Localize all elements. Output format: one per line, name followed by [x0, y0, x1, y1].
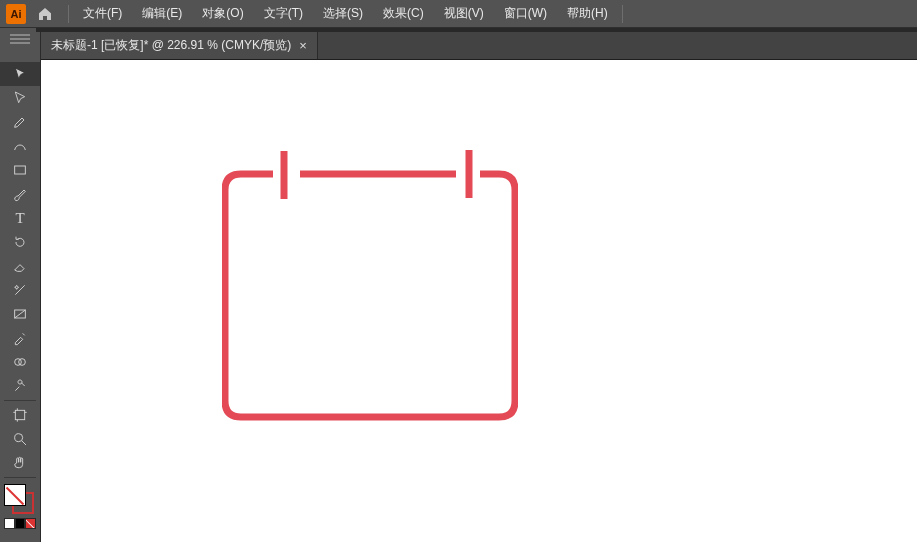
tool-direct-selection[interactable] [0, 86, 40, 110]
tool-gradient[interactable] [0, 302, 40, 326]
menu-object[interactable]: 对象(O) [192, 0, 253, 28]
tool-hand[interactable] [0, 451, 40, 475]
tools-separator-2 [4, 477, 36, 478]
tool-rectangle[interactable] [0, 158, 40, 182]
menu-items: 文件(F) 编辑(E) 对象(O) 文字(T) 选择(S) 效果(C) 视图(V… [73, 0, 618, 28]
menubar-divider-end [622, 5, 623, 23]
tool-paintbrush[interactable] [0, 182, 40, 206]
fill-swatch[interactable] [4, 484, 26, 506]
tool-curvature[interactable] [0, 134, 40, 158]
document-tabstrip: 未标题-1 [已恢复]* @ 226.91 % (CMYK/预览) × [41, 32, 917, 60]
main-area: T [0, 32, 917, 542]
app-logo: Ai [6, 4, 26, 24]
fill-stroke-swatch[interactable] [4, 484, 36, 516]
menu-help[interactable]: 帮助(H) [557, 0, 618, 28]
tool-selection[interactable] [0, 62, 40, 86]
svg-rect-5 [15, 410, 24, 419]
color-mode-color[interactable] [4, 518, 15, 529]
svg-line-7 [22, 441, 26, 445]
menubar: Ai 文件(F) 编辑(E) 对象(O) 文字(T) 选择(S) 效果(C) 视… [0, 0, 917, 28]
canvas[interactable] [41, 60, 917, 542]
menu-effect[interactable]: 效果(C) [373, 0, 434, 28]
tool-magic-wand[interactable] [0, 278, 40, 302]
svg-line-2 [15, 310, 26, 318]
menu-window[interactable]: 窗口(W) [494, 0, 557, 28]
menu-view[interactable]: 视图(V) [434, 0, 494, 28]
tools-panel: T [0, 32, 41, 542]
svg-rect-0 [15, 166, 26, 174]
tool-rotate[interactable] [0, 230, 40, 254]
artwork-calendar-shape[interactable] [222, 150, 518, 426]
tool-type[interactable]: T [0, 206, 40, 230]
tools-separator [4, 400, 36, 401]
color-mode-gradient[interactable] [15, 518, 26, 529]
tool-artboard[interactable] [0, 403, 40, 427]
color-mode-none[interactable] [25, 518, 36, 529]
tool-zoom[interactable] [0, 427, 40, 451]
tool-blend[interactable] [0, 350, 40, 374]
tool-eraser[interactable] [0, 254, 40, 278]
svg-point-4 [19, 359, 26, 366]
svg-point-6 [15, 434, 23, 442]
tool-eyedropper[interactable] [0, 326, 40, 350]
menu-edit[interactable]: 编辑(E) [132, 0, 192, 28]
tools-grip-icon[interactable] [2, 34, 38, 44]
close-icon[interactable]: × [299, 38, 307, 53]
tool-pen[interactable] [0, 110, 40, 134]
document-tab-title: 未标题-1 [已恢复]* @ 226.91 % (CMYK/预览) [51, 37, 291, 54]
menu-select[interactable]: 选择(S) [313, 0, 373, 28]
menubar-divider [68, 5, 69, 23]
menu-file[interactable]: 文件(F) [73, 0, 132, 28]
tool-symbol-sprayer[interactable] [0, 374, 40, 398]
document-area: 未标题-1 [已恢复]* @ 226.91 % (CMYK/预览) × [41, 32, 917, 542]
home-icon[interactable] [34, 3, 56, 25]
menu-type[interactable]: 文字(T) [254, 0, 313, 28]
color-mode-row [0, 518, 40, 529]
document-tab[interactable]: 未标题-1 [已恢复]* @ 226.91 % (CMYK/预览) × [41, 32, 318, 59]
